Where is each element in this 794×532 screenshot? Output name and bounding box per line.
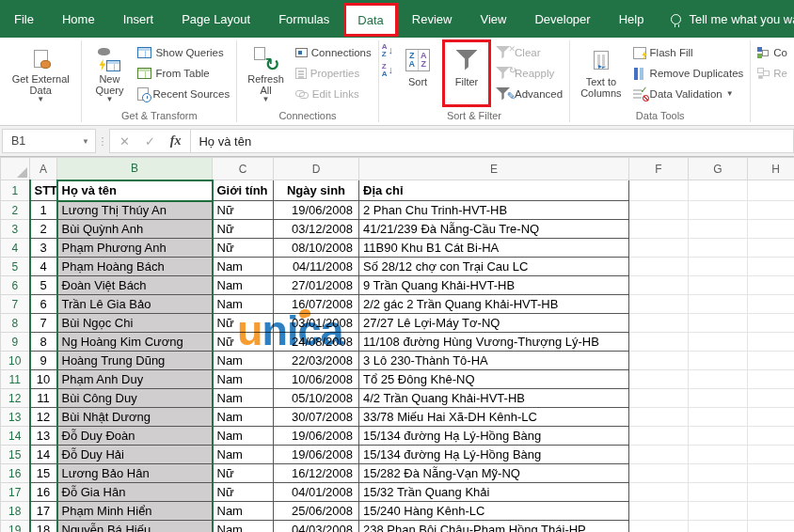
cell-E11[interactable]: Tổ 25 Đông Khê-NQ: [359, 370, 629, 389]
cell-A17[interactable]: 16: [30, 483, 57, 502]
cell-H16[interactable]: [748, 464, 794, 483]
cell-C18[interactable]: Nam: [213, 502, 274, 521]
cell-B19[interactable]: Nguyễn Bá Hiếu: [57, 521, 213, 532]
cell-F7[interactable]: [629, 295, 689, 314]
tab-insert[interactable]: Insert: [109, 0, 168, 38]
tell-me[interactable]: Tell me what you want to do: [671, 0, 794, 38]
cell-E15[interactable]: 15/134 đường Hạ Lý-Hồng Bàng: [359, 446, 629, 464]
cell-E3[interactable]: 41/21/239 Đà Nẵng-Cầu Tre-NQ: [359, 220, 629, 239]
consolidate-button[interactable]: Co: [754, 42, 791, 63]
cell-B11[interactable]: Phạm Anh Duy: [57, 370, 213, 389]
cell-A9[interactable]: 8: [30, 333, 57, 352]
cell-A18[interactable]: 17: [30, 502, 57, 521]
tab-home[interactable]: Home: [48, 0, 109, 38]
cell-B13[interactable]: Bùi Nhật Dương: [57, 408, 213, 427]
tab-developer[interactable]: Developer: [520, 0, 604, 38]
cell-G1[interactable]: [689, 180, 748, 201]
row-header-8[interactable]: 8: [1, 314, 30, 333]
row-header-18[interactable]: 18: [1, 502, 30, 521]
cell-D14[interactable]: 19/06/2008: [274, 427, 359, 446]
cell-F11[interactable]: [629, 370, 689, 389]
cell-B3[interactable]: Bùi Quỳnh Anh: [57, 220, 213, 239]
cell-F17[interactable]: [629, 483, 689, 502]
name-box[interactable]: B1 ▼: [2, 129, 96, 153]
cell-C3[interactable]: Nữ: [213, 220, 274, 239]
tab-formulas[interactable]: Formulas: [264, 0, 343, 38]
cell-D17[interactable]: 04/01/2008: [274, 483, 359, 502]
cell-C11[interactable]: Nam: [213, 370, 274, 389]
tab-view[interactable]: View: [466, 0, 520, 38]
cell-H14[interactable]: [748, 427, 794, 446]
cell-C17[interactable]: Nữ: [213, 483, 274, 502]
cell-C5[interactable]: Nam: [213, 258, 274, 276]
cell-E19[interactable]: 238 Phan Bội Châu-Phạm Hồng Thái-HP: [359, 521, 629, 532]
cell-H10[interactable]: [748, 352, 794, 370]
cell-E7[interactable]: 2/2 gác 2 Trần Quang Khải-HVT-HB: [359, 295, 629, 314]
cell-D1[interactable]: Ngày sinh: [274, 180, 359, 201]
tab-data[interactable]: Data: [343, 3, 397, 37]
cell-B15[interactable]: Đỗ Duy Hải: [57, 446, 213, 464]
show-queries-button[interactable]: Show Queries: [134, 42, 233, 63]
cell-C4[interactable]: Nữ: [213, 239, 274, 258]
cancel-entry-icon[interactable]: ✕: [119, 134, 130, 149]
cell-D10[interactable]: 22/03/2008: [274, 352, 359, 370]
cell-H7[interactable]: [748, 295, 794, 314]
text-to-columns-button[interactable]: ▸▸ Text to Columns: [573, 39, 628, 107]
cell-A7[interactable]: 6: [30, 295, 57, 314]
row-header-15[interactable]: 15: [1, 446, 30, 464]
cell-F2[interactable]: [629, 201, 689, 220]
cell-E16[interactable]: 15/282 Đà Nẵng-Vạn Mỹ-NQ: [359, 464, 629, 483]
row-header-5[interactable]: 5: [1, 258, 30, 276]
cell-B9[interactable]: Ng Hoàng Kim Cương: [57, 333, 213, 352]
cell-C16[interactable]: Nữ: [213, 464, 274, 483]
cell-G13[interactable]: [689, 408, 748, 427]
cell-D5[interactable]: 04/11/2008: [274, 258, 359, 276]
cell-G8[interactable]: [689, 314, 748, 333]
cell-H11[interactable]: [748, 370, 794, 389]
cell-B17[interactable]: Đỗ Gia Hân: [57, 483, 213, 502]
cell-G14[interactable]: [689, 427, 748, 446]
cell-B8[interactable]: Bùi Ngọc Chi: [57, 314, 213, 333]
cell-D11[interactable]: 10/06/2008: [274, 370, 359, 389]
cell-B14[interactable]: Đỗ Duy Đoàn: [57, 427, 213, 446]
cell-H12[interactable]: [748, 389, 794, 408]
row-header-17[interactable]: 17: [1, 483, 30, 502]
sort-az-button[interactable]: AZ↓: [382, 43, 393, 57]
cell-B5[interactable]: Phạm Hoàng Bách: [57, 258, 213, 276]
get-external-data-button[interactable]: Get External Data ▼: [3, 39, 78, 107]
cell-C10[interactable]: Nam: [213, 352, 274, 370]
cell-E4[interactable]: 11B90 Khu B1 Cát Bi-HA: [359, 239, 629, 258]
cell-A16[interactable]: 15: [30, 464, 57, 483]
tab-help[interactable]: Help: [605, 0, 659, 38]
data-validation-button[interactable]: ✓ Data Validation ▼: [629, 84, 748, 104]
cell-H13[interactable]: [748, 408, 794, 427]
cell-H17[interactable]: [748, 483, 794, 502]
cell-A5[interactable]: 4: [30, 258, 57, 276]
cell-A11[interactable]: 10: [30, 370, 57, 389]
cell-E12[interactable]: 4/2 Trần Quang Khải-HVT-HB: [359, 389, 629, 408]
cell-F8[interactable]: [629, 314, 689, 333]
cell-H19[interactable]: [748, 521, 794, 532]
cell-H8[interactable]: [748, 314, 794, 333]
cell-C12[interactable]: Nam: [213, 389, 274, 408]
flash-fill-button[interactable]: Flash Fill: [629, 42, 748, 63]
row-header-12[interactable]: 12: [1, 389, 30, 408]
cell-E14[interactable]: 15/134 đường Hạ Lý-Hồng Bàng: [359, 427, 629, 446]
cell-B12[interactable]: Bùi Công Duy: [57, 389, 213, 408]
cell-D9[interactable]: 24/08/2008: [274, 333, 359, 352]
connections-button[interactable]: Connections: [292, 42, 375, 63]
cell-A3[interactable]: 2: [30, 220, 57, 239]
cell-D16[interactable]: 16/12/2008: [274, 464, 359, 483]
cell-G16[interactable]: [689, 464, 748, 483]
refresh-all-button[interactable]: ↻ Refresh All ▼: [240, 39, 292, 107]
cell-A8[interactable]: 7: [30, 314, 57, 333]
column-header-B[interactable]: B: [57, 158, 213, 180]
cell-G15[interactable]: [689, 446, 748, 464]
row-header-7[interactable]: 7: [1, 295, 30, 314]
column-header-D[interactable]: D: [274, 158, 359, 180]
cell-A4[interactable]: 3: [30, 239, 57, 258]
cell-C1[interactable]: Giới tính: [213, 180, 274, 201]
advanced-filter-button[interactable]: ✎ Advanced: [491, 84, 566, 104]
cell-F13[interactable]: [629, 408, 689, 427]
cell-E10[interactable]: 3 Lô 230-Thành Tô-HA: [359, 352, 629, 370]
